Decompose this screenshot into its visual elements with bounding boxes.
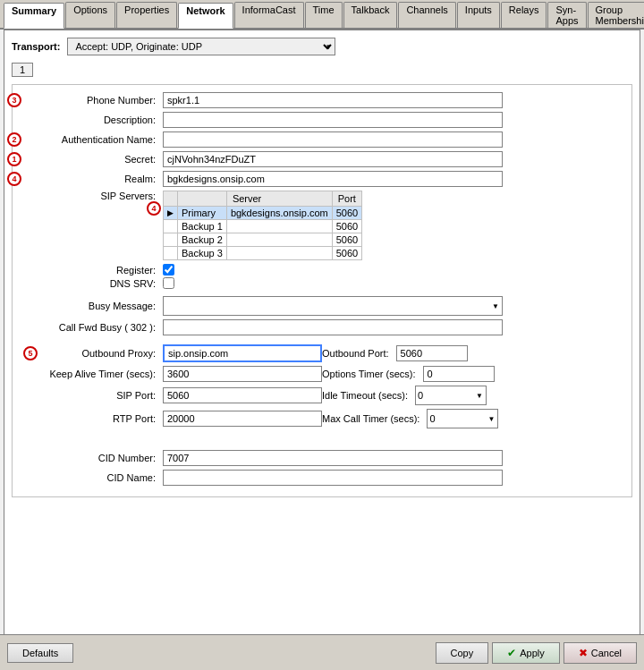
transport-label: Transport:	[12, 41, 60, 52]
cid-number-row: CID Number:	[20, 450, 624, 466]
badge-auth-name: 2	[7, 132, 21, 147]
sip-row-backup3[interactable]: Backup 3 5060	[164, 247, 362, 260]
cid-number-label: CID Number:	[20, 453, 163, 463]
tab-informacast[interactable]: InformaCast	[234, 2, 304, 28]
max-call-timer-col: Max Call Timer (secs): 0	[322, 409, 624, 428]
dns-srv-row: DNS SRV:	[20, 277, 624, 289]
sip-row-backup1[interactable]: Backup 1 5060	[164, 220, 362, 233]
sip-servers-label: SIP Servers:	[20, 191, 163, 201]
idle-timeout-dropdown-wrapper[interactable]: 0	[415, 386, 487, 405]
sip-port-row: SIP Port: Idle Timeout (secs): 0	[20, 386, 624, 405]
apply-check-icon: ✔	[507, 647, 516, 659]
max-call-timer-dropdown-wrapper[interactable]: 0	[427, 409, 498, 428]
busy-message-dropdown-wrapper[interactable]	[163, 296, 503, 316]
sip-arrow-b3	[164, 247, 178, 260]
outbound-proxy-label: Outbound Proxy:	[20, 348, 163, 359]
sip-name-b1: Backup 1	[178, 220, 227, 233]
copy-button[interactable]: Copy	[436, 642, 489, 664]
dns-srv-checkbox[interactable]	[163, 277, 174, 289]
sip-port-b1: 5060	[332, 220, 361, 233]
register-label: Register:	[20, 265, 163, 276]
tab-properties[interactable]: Properties	[116, 2, 177, 28]
tab-group-membership[interactable]: Group Membership	[588, 2, 644, 28]
badge-phone-number: 3	[7, 93, 21, 107]
description-input[interactable]	[163, 112, 503, 128]
transport-select-wrapper[interactable]: Accept: UDP, Originate: UDP	[67, 38, 335, 55]
options-timer-col: Options Timer (secs):	[322, 366, 624, 382]
main-content: Transport: Accept: UDP, Originate: UDP 1…	[4, 30, 640, 644]
tab-channels[interactable]: Channels	[398, 2, 455, 28]
max-call-timer-select[interactable]: 0	[427, 409, 498, 428]
options-timer-input[interactable]	[423, 366, 495, 382]
keep-alive-col: Keep Alive Timer (secs):	[20, 366, 322, 382]
register-checkbox[interactable]	[163, 264, 174, 276]
sip-name-b2: Backup 2	[178, 233, 227, 247]
phone-number-row: 3 Phone Number:	[20, 92, 624, 108]
tab-synapps[interactable]: Syn-Apps	[547, 2, 586, 28]
tab-network[interactable]: Network	[178, 3, 233, 29]
secret-row: 1 Secret:	[20, 151, 624, 167]
sip-server-b2	[226, 233, 332, 247]
realm-input[interactable]	[163, 171, 503, 187]
idle-timeout-col: Idle Timeout (secs): 0	[322, 386, 624, 405]
sip-col-server: Server	[226, 191, 332, 207]
secret-input[interactable]	[163, 151, 503, 167]
idle-timeout-select[interactable]: 0	[415, 386, 487, 405]
cid-name-input[interactable]	[163, 470, 503, 486]
auth-name-input[interactable]	[163, 131, 503, 148]
sip-server-primary: bgkdesigns.onsip.com	[226, 207, 332, 220]
footer: Defaults Copy ✔ Apply ✖ Cancel	[0, 634, 644, 670]
keep-alive-row: Keep Alive Timer (secs): Options Timer (…	[20, 366, 624, 382]
rtp-port-label: RTP Port:	[20, 413, 163, 424]
page-tab[interactable]: 1	[12, 63, 33, 77]
tab-time[interactable]: Time	[305, 2, 343, 28]
apply-label: Apply	[520, 648, 545, 658]
rtp-port-row: RTP Port: Max Call Timer (secs): 0	[20, 409, 624, 428]
sip-row-primary[interactable]: ▶ Primary bgkdesigns.onsip.com 5060	[164, 207, 362, 220]
outbound-proxy-row: 5 Outbound Proxy: Outbound Port:	[20, 344, 624, 362]
tab-talkback[interactable]: Talkback	[343, 2, 398, 28]
apply-button[interactable]: ✔ Apply	[492, 642, 560, 664]
options-timer-label: Options Timer (secs):	[322, 369, 423, 379]
register-row: Register:	[20, 264, 624, 276]
sip-server-b3	[226, 247, 332, 260]
tab-relays[interactable]: Relays	[501, 2, 547, 28]
keep-alive-label: Keep Alive Timer (secs):	[20, 369, 163, 379]
sip-arrow-b2	[164, 233, 178, 247]
busy-message-select[interactable]	[163, 296, 503, 316]
sip-servers-table: Server Port ▶ Primary bgkdesigns.onsip.c…	[163, 191, 362, 260]
keep-alive-input[interactable]	[163, 366, 322, 382]
tab-inputs[interactable]: Inputs	[457, 2, 500, 28]
tab-options[interactable]: Options	[65, 2, 115, 28]
rtp-port-input[interactable]	[163, 411, 322, 427]
description-label: Description:	[20, 114, 163, 125]
badge-outbound-proxy: 5	[23, 346, 38, 360]
form-section: 3 Phone Number: Description: 2 Authentic…	[12, 84, 632, 497]
cancel-label: Cancel	[591, 648, 622, 658]
sip-row-backup2[interactable]: Backup 2 5060	[164, 233, 362, 247]
sip-port-b3: 5060	[332, 247, 361, 260]
sip-arrow-b1	[164, 220, 178, 233]
transport-select[interactable]: Accept: UDP, Originate: UDP	[67, 38, 335, 55]
sip-port-input[interactable]	[163, 387, 322, 403]
outbound-port-label: Outbound Port:	[322, 348, 396, 359]
footer-right-buttons: Copy ✔ Apply ✖ Cancel	[436, 642, 637, 664]
phone-number-input[interactable]	[163, 92, 503, 108]
sip-arrow-primary: ▶	[164, 207, 178, 220]
tab-summary[interactable]: Summary	[4, 3, 64, 29]
rtp-port-col: RTP Port:	[20, 411, 322, 427]
outbound-proxy-col: 5 Outbound Proxy:	[20, 344, 322, 362]
sip-col-arrow	[164, 191, 178, 207]
cancel-button[interactable]: ✖ Cancel	[564, 642, 637, 664]
auth-name-row: 2 Authentication Name:	[20, 131, 624, 148]
outbound-proxy-input[interactable]	[163, 344, 322, 362]
cid-number-input[interactable]	[163, 450, 503, 466]
cid-name-row: CID Name:	[20, 470, 624, 486]
defaults-button[interactable]: Defaults	[7, 643, 73, 663]
call-fwd-busy-input[interactable]	[163, 319, 503, 335]
sip-servers-row: SIP Servers: 4 Server Port ▶	[20, 191, 624, 260]
outbound-port-input[interactable]	[396, 345, 468, 361]
sip-name-b3: Backup 3	[178, 247, 227, 260]
sip-port-col: SIP Port:	[20, 387, 322, 403]
sip-col-port: Port	[332, 191, 361, 207]
